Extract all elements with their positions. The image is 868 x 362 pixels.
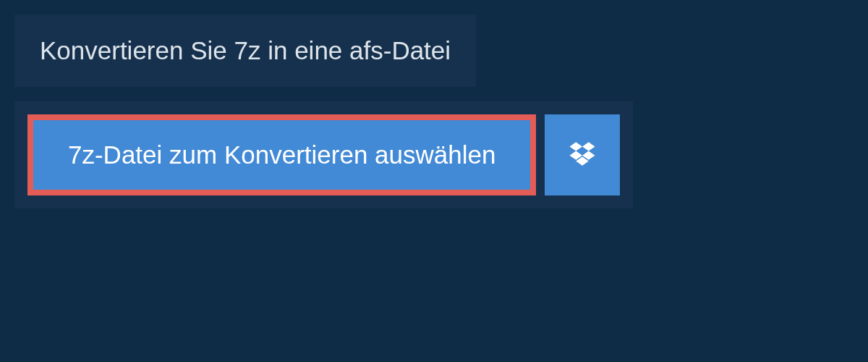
dropbox-button[interactable] bbox=[545, 114, 620, 195]
select-file-button[interactable]: 7z-Datei zum Konvertieren auswählen bbox=[27, 114, 536, 195]
header-panel: Konvertieren Sie 7z in eine afs-Datei bbox=[14, 14, 476, 87]
dropbox-icon bbox=[567, 138, 597, 172]
select-file-label: 7z-Datei zum Konvertieren auswählen bbox=[68, 140, 495, 169]
page-title: Konvertieren Sie 7z in eine afs-Datei bbox=[40, 36, 451, 65]
upload-panel: 7z-Datei zum Konvertieren auswählen bbox=[14, 101, 633, 209]
